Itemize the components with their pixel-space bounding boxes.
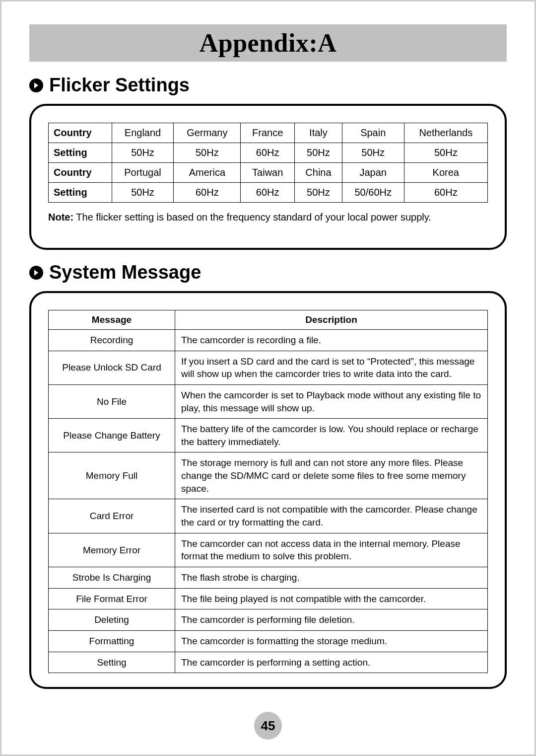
section-heading-system-message: System Message xyxy=(29,262,507,283)
table-row: Strobe Is ChargingThe flash strobe is ch… xyxy=(49,567,488,588)
cell: Japan xyxy=(342,163,404,183)
table-row: Memory ErrorThe camcorder can not access… xyxy=(49,533,488,567)
table-row: DeletingThe camcorder is performing file… xyxy=(49,609,488,631)
row-label-country: Country xyxy=(49,123,112,143)
cell: 50Hz xyxy=(295,183,342,203)
message-cell: No File xyxy=(49,384,175,418)
header-message: Message xyxy=(49,310,175,330)
message-cell: Strobe Is Charging xyxy=(49,567,175,588)
description-cell: The camcorder is formatting the storage … xyxy=(175,630,488,652)
description-cell: The storage memory is full and can not s… xyxy=(175,453,488,499)
system-message-table: Message Description RecordingThe camcord… xyxy=(48,310,488,673)
table-row: Please Change BatteryThe battery life of… xyxy=(49,419,488,453)
cell: 60Hz xyxy=(174,183,241,203)
cell: Netherlands xyxy=(404,123,487,143)
cell: France xyxy=(241,123,295,143)
description-cell: If you insert a SD card and the card is … xyxy=(175,351,488,384)
cell: Germany xyxy=(174,123,241,143)
cell: America xyxy=(174,163,241,183)
cell: 50Hz xyxy=(295,143,342,163)
description-cell: The camcorder can not access data in the… xyxy=(175,533,488,567)
table-row: File Format ErrorThe file being played i… xyxy=(49,588,488,609)
message-cell: Memory Error xyxy=(49,533,175,567)
note-label: Note: xyxy=(48,212,73,223)
table-row: No FileWhen the camcorder is set to Play… xyxy=(49,384,488,418)
cell: Italy xyxy=(295,123,342,143)
system-message-box: Message Description RecordingThe camcord… xyxy=(29,291,507,689)
section-heading-flicker: Flicker Settings xyxy=(29,75,507,96)
description-cell: The battery life of the camcorder is low… xyxy=(175,419,488,453)
row-label-setting: Setting xyxy=(49,183,112,203)
table-row: RecordingThe camcorder is recording a fi… xyxy=(49,330,488,351)
cell: Korea xyxy=(404,163,487,183)
cell: 50Hz xyxy=(342,143,404,163)
description-cell: The camcorder is performing file deletio… xyxy=(175,609,488,631)
table-row: FormattingThe camcorder is formatting th… xyxy=(49,630,488,652)
table-row: Setting 50Hz 50Hz 60Hz 50Hz 50Hz 50Hz xyxy=(49,143,488,163)
message-cell: Card Error xyxy=(49,499,175,533)
description-cell: The camcorder is recording a file. xyxy=(175,330,488,351)
message-cell: Please Unlock SD Card xyxy=(49,351,175,384)
header-description: Description xyxy=(175,310,488,330)
table-row: Card ErrorThe inserted card is not compa… xyxy=(49,499,488,533)
message-cell: Recording xyxy=(49,330,175,351)
message-cell: File Format Error xyxy=(49,588,175,609)
row-label-country: Country xyxy=(49,163,112,183)
cell: China xyxy=(295,163,342,183)
cell: Portugal xyxy=(112,163,174,183)
flicker-note: Note: The flicker setting is based on th… xyxy=(48,211,488,224)
flicker-box: Country England Germany France Italy Spa… xyxy=(29,104,507,250)
message-cell: Formatting xyxy=(49,630,175,652)
message-cell: Memory Full xyxy=(49,453,175,499)
message-cell: Deleting xyxy=(49,609,175,631)
description-cell: The camcorder is performing a setting ac… xyxy=(175,652,488,673)
title-band: Appendix:A xyxy=(29,24,507,62)
cell: 50Hz xyxy=(112,143,174,163)
cell: 50Hz xyxy=(404,143,487,163)
cell: 50Hz xyxy=(112,183,174,203)
flicker-table: Country England Germany France Italy Spa… xyxy=(48,123,488,203)
description-cell: When the camcorder is set to Playback mo… xyxy=(175,384,488,418)
table-row: Country Portugal America Taiwan China Ja… xyxy=(49,163,488,183)
page-number-wrap: 45 xyxy=(1,712,535,740)
table-row: Country England Germany France Italy Spa… xyxy=(49,123,488,143)
page: Appendix:A Flicker Settings Country Engl… xyxy=(0,0,536,756)
arrow-right-circle-icon xyxy=(29,78,43,92)
note-text: The flicker setting is based on the freq… xyxy=(73,212,431,223)
table-row: SettingThe camcorder is performing a set… xyxy=(49,652,488,673)
page-number: 45 xyxy=(254,712,282,740)
description-cell: The inserted card is not compatible with… xyxy=(175,499,488,533)
cell: 50Hz xyxy=(174,143,241,163)
table-row: Setting 50Hz 60Hz 60Hz 50Hz 50/60Hz 60Hz xyxy=(49,183,488,203)
message-cell: Please Change Battery xyxy=(49,419,175,453)
cell: Taiwan xyxy=(241,163,295,183)
cell: 50/60Hz xyxy=(342,183,404,203)
system-message-heading-text: System Message xyxy=(49,262,201,283)
cell: 60Hz xyxy=(241,143,295,163)
arrow-right-circle-icon xyxy=(29,266,43,280)
table-row: Please Unlock SD CardIf you insert a SD … xyxy=(49,351,488,384)
description-cell: The file being played is not compatible … xyxy=(175,588,488,609)
row-label-setting: Setting xyxy=(49,143,112,163)
page-title: Appendix:A xyxy=(29,28,507,58)
cell: England xyxy=(112,123,174,143)
table-header-row: Message Description xyxy=(49,310,488,330)
cell: 60Hz xyxy=(404,183,487,203)
message-cell: Setting xyxy=(49,652,175,673)
cell: 60Hz xyxy=(241,183,295,203)
flicker-heading-text: Flicker Settings xyxy=(49,75,190,96)
table-row: Memory FullThe storage memory is full an… xyxy=(49,453,488,499)
cell: Spain xyxy=(342,123,404,143)
description-cell: The flash strobe is charging. xyxy=(175,567,488,588)
